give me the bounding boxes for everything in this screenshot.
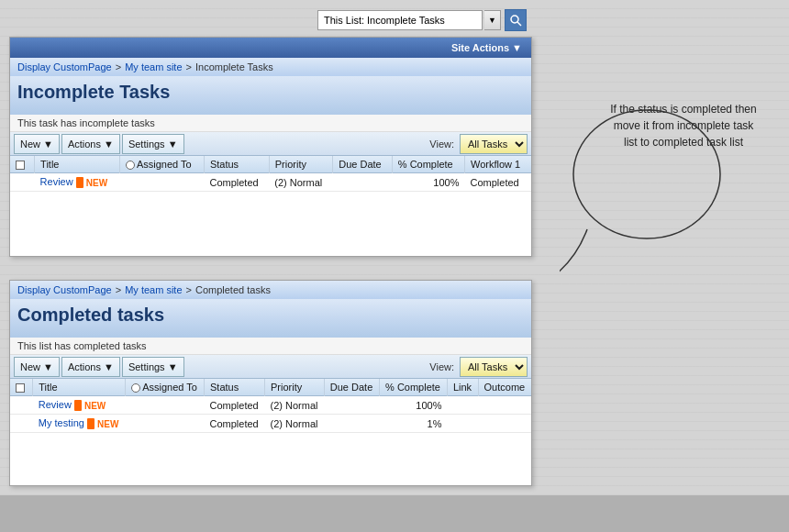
site-actions-label-1: Site Actions <box>451 42 509 53</box>
new-badge-1: NEW <box>86 178 107 188</box>
row-title-2b: My testing NEW <box>33 415 126 433</box>
task-info-text-2: This list has completed tasks <box>17 340 147 351</box>
breadcrumb-1: Display CustomPage > My team site > Inco… <box>10 58 531 76</box>
row-link-2a <box>447 396 478 415</box>
assigned-radio-1 <box>126 161 135 170</box>
actions-dropdown-icon-2: ▼ <box>104 361 114 372</box>
settings-button-1[interactable]: Settings ▼ <box>122 134 184 154</box>
row-duedate-2a <box>324 396 379 415</box>
col-check-2 <box>10 379 33 396</box>
view-label-2: View: <box>429 361 454 372</box>
new-dropdown-icon-1: ▼ <box>43 139 53 150</box>
row-complete-1: 100% <box>392 173 464 192</box>
completed-tasks-panel: Display CustomPage > My team site > Comp… <box>9 280 532 486</box>
breadcrumb-sep-1: > <box>116 61 121 72</box>
row-check-2a <box>10 396 33 415</box>
col-check-1 <box>10 156 35 173</box>
page-title-area-1: Incomplete Tasks <box>10 76 531 115</box>
row-duedate-2b <box>324 415 379 433</box>
col-title-1: Title <box>35 156 120 173</box>
breadcrumb-sep-4: > <box>186 284 192 295</box>
new-dropdown-icon-2: ▼ <box>43 361 53 372</box>
settings-dropdown-icon-2: ▼ <box>168 361 178 372</box>
assigned-radio-2 <box>131 383 140 393</box>
col-assigned-2: Assigned To <box>126 379 205 396</box>
task-link-review-2[interactable]: Review <box>39 399 72 410</box>
page-title-area-2: Completed tasks <box>10 299 531 338</box>
breadcrumb-2: Display CustomPage > My team site > Comp… <box>10 281 531 299</box>
breadcrumb-link-4[interactable]: My team site <box>125 284 182 295</box>
header-checkbox-2[interactable] <box>16 383 25 393</box>
header-checkbox-1[interactable] <box>16 161 25 170</box>
new-button-1[interactable]: New ▼ <box>14 134 60 154</box>
row-status-2b: Completed <box>204 415 264 433</box>
col-title-2: Title <box>33 379 126 396</box>
col-priority-1: Priority <box>269 156 332 173</box>
view-select-1[interactable]: All Tasks <box>460 134 528 154</box>
col-duedate-1: Due Date <box>333 156 393 173</box>
view-select-2[interactable]: All Tasks <box>460 357 528 377</box>
svg-point-2 <box>573 110 720 238</box>
settings-button-2[interactable]: Settings ▼ <box>122 357 184 377</box>
site-actions-button-1[interactable]: Site Actions ▼ <box>446 39 528 57</box>
row-workflow-1: Completed <box>464 173 531 192</box>
completed-tasks-table: Title Assigned To Status Priority Due Da… <box>10 379 531 433</box>
col-complete-1: % Complete <box>392 156 464 173</box>
task-info-text-1: This task has incomplete tasks <box>17 117 155 128</box>
col-assigned-1: Assigned To <box>119 156 204 173</box>
row-check-2b <box>10 415 33 433</box>
settings-dropdown-icon-1: ▼ <box>168 139 178 150</box>
breadcrumb-link-1[interactable]: Display CustomPage <box>17 61 112 72</box>
new-label-2: New <box>20 361 40 372</box>
top-bar: ▼ <box>128 7 716 33</box>
actions-label-2: Actions <box>68 361 101 372</box>
view-label-1: View: <box>429 139 454 150</box>
row-outcome-2b <box>478 415 531 433</box>
table-row: My testing NEW Completed (2) Normal 1% <box>10 415 531 433</box>
actions-button-2[interactable]: Actions ▼ <box>61 357 120 377</box>
search-container: ▼ <box>317 9 527 31</box>
row-duedate-1 <box>333 173 393 192</box>
breadcrumb-sep-3: > <box>116 284 121 295</box>
annotation-container: If the status is completed then move it … <box>560 73 771 303</box>
breadcrumb-current-1: Incomplete Tasks <box>195 61 273 72</box>
new-icon-2b <box>87 418 94 429</box>
svg-line-1 <box>517 22 521 26</box>
search-dropdown-btn[interactable]: ▼ <box>484 10 501 30</box>
new-badge-2b: NEW <box>97 419 118 429</box>
site-actions-chevron-1: ▼ <box>512 42 522 53</box>
col-complete-2: % Complete <box>380 379 448 396</box>
row-status-2a: Completed <box>204 396 264 415</box>
task-info-bar-2: This list has completed tasks <box>10 338 531 355</box>
row-link-2b <box>447 415 478 433</box>
actions-label-1: Actions <box>68 139 101 150</box>
actions-button-1[interactable]: Actions ▼ <box>61 134 120 154</box>
task-info-bar-1: This task has incomplete tasks <box>10 115 531 132</box>
settings-label-1: Settings <box>128 139 165 150</box>
col-outcome-2: Outcome <box>478 379 531 396</box>
incomplete-tasks-panel: Site Actions ▼ Display CustomPage > My t… <box>9 37 532 257</box>
col-priority-2: Priority <box>265 379 325 396</box>
row-priority-2a: (2) Normal <box>265 396 325 415</box>
col-link-2: Link <box>447 379 478 396</box>
search-button[interactable] <box>505 9 527 31</box>
site-actions-bar-1: Site Actions ▼ <box>10 38 531 58</box>
row-complete-2a: 100% <box>380 396 448 415</box>
col-workflow-1: Workflow 1 <box>464 156 531 173</box>
row-status-1: Completed <box>204 173 269 192</box>
new-button-2[interactable]: New ▼ <box>14 357 60 377</box>
table-row: Review NEW Completed (2) Normal 100% Com… <box>10 173 531 192</box>
new-icon-1 <box>76 177 83 188</box>
row-assigned-2b <box>126 415 205 433</box>
task-link-mytesting[interactable]: My testing <box>39 417 84 428</box>
breadcrumb-link-3[interactable]: Display CustomPage <box>17 284 112 295</box>
task-link-review-1[interactable]: Review <box>40 176 73 187</box>
page-title-1: Incomplete Tasks <box>17 82 524 103</box>
main-container: ▼ Site Actions ▼ Display CustomPage > My… <box>0 0 789 532</box>
row-priority-1: (2) Normal <box>269 173 332 192</box>
search-input[interactable] <box>317 10 483 30</box>
breadcrumb-link-2[interactable]: My team site <box>125 61 182 72</box>
table-header-row-2: Title Assigned To Status Priority Due Da… <box>10 379 531 396</box>
new-icon-2a <box>74 400 82 411</box>
col-status-2: Status <box>204 379 264 396</box>
